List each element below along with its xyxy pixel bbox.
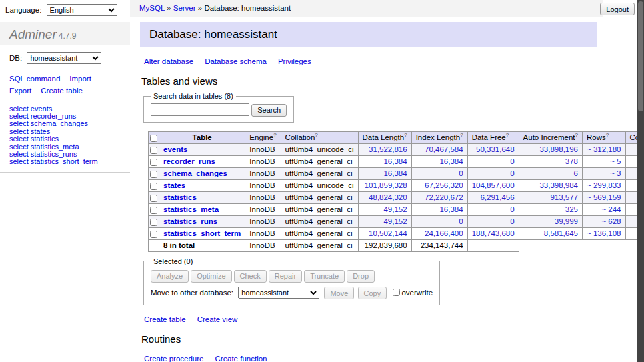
help-hint-icon[interactable]: ? bbox=[273, 133, 276, 139]
sidebar-select-statistics-runs[interactable]: select statistics_runs bbox=[9, 150, 77, 158]
index-length-link[interactable]: 67,256,320 bbox=[425, 181, 463, 189]
overwrite-checkbox[interactable] bbox=[393, 289, 400, 296]
move-button[interactable]: Move bbox=[324, 287, 354, 299]
auto-increment-link[interactable]: 33,898,196 bbox=[539, 145, 578, 153]
row-checkbox[interactable] bbox=[150, 171, 157, 178]
help-hint-icon[interactable]: ? bbox=[404, 133, 407, 139]
index-length-link[interactable]: 16,384 bbox=[439, 157, 463, 165]
auto-increment-link[interactable]: 913,577 bbox=[550, 193, 578, 201]
data-length-link[interactable]: 10,502,144 bbox=[369, 229, 407, 237]
scrollbar-thumb[interactable] bbox=[638, 1, 643, 111]
table-link-statistics-short-term[interactable]: statistics_short_term bbox=[163, 229, 241, 237]
row-checkbox[interactable] bbox=[150, 195, 157, 202]
data-free-link[interactable]: 104,857,600 bbox=[472, 181, 515, 189]
data-length-link[interactable]: 49,152 bbox=[383, 217, 407, 225]
check-button[interactable]: Check bbox=[234, 270, 267, 283]
link-create-table[interactable]: Create table bbox=[144, 315, 186, 323]
overwrite-toggle[interactable]: overwrite bbox=[393, 289, 433, 297]
sidebar-select-recorder-runs[interactable]: select recorder_runs bbox=[9, 112, 76, 120]
data-free-link[interactable]: 0 bbox=[510, 205, 514, 213]
truncate-button[interactable]: Truncate bbox=[304, 270, 345, 283]
index-length-link[interactable]: 0 bbox=[459, 217, 463, 225]
sidebar-link-sql-command[interactable]: SQL command bbox=[9, 75, 60, 83]
data-length-link[interactable]: 49,152 bbox=[383, 205, 407, 213]
table-link-recorder-runs[interactable]: recorder_runs bbox=[163, 157, 215, 165]
drop-button[interactable]: Drop bbox=[347, 270, 375, 283]
sidebar-select-statistics[interactable]: select statistics bbox=[9, 135, 59, 143]
index-length-link[interactable]: 24,166,400 bbox=[425, 229, 463, 237]
rows-link[interactable]: ~ 136,108 bbox=[587, 229, 621, 237]
data-length-link[interactable]: 101,859,328 bbox=[365, 181, 407, 189]
index-length-link[interactable]: 16,384 bbox=[439, 205, 463, 213]
sidebar-select-states[interactable]: select states bbox=[9, 127, 50, 135]
link-create-procedure[interactable]: Create procedure bbox=[144, 355, 204, 362]
breadcrumb-item-server[interactable]: Server bbox=[173, 4, 196, 12]
rows-link[interactable]: ~ 3 bbox=[610, 169, 621, 177]
rows-link[interactable]: ~ 569,159 bbox=[587, 193, 621, 201]
help-hint-icon[interactable]: ? bbox=[460, 133, 463, 139]
search-button[interactable]: Search bbox=[251, 104, 287, 117]
data-length-link[interactable]: 48,824,320 bbox=[369, 193, 407, 201]
row-checkbox[interactable] bbox=[150, 147, 157, 154]
row-checkbox[interactable] bbox=[150, 207, 157, 214]
table-link-statistics[interactable]: statistics bbox=[163, 193, 197, 201]
data-free-link[interactable]: 0 bbox=[510, 217, 514, 225]
row-checkbox[interactable] bbox=[150, 219, 157, 226]
row-checkbox[interactable] bbox=[150, 183, 157, 190]
repair-button[interactable]: Repair bbox=[269, 270, 302, 283]
select-all-checkbox[interactable] bbox=[150, 135, 157, 142]
sidebar-select-statistics-short-term[interactable]: select statistics_short_term bbox=[9, 157, 98, 165]
breadcrumb-item-mysql[interactable]: MySQL bbox=[139, 4, 165, 12]
auto-increment-link[interactable]: 33,398,984 bbox=[539, 181, 578, 189]
help-hint-icon[interactable]: ? bbox=[606, 133, 609, 139]
sidebar-select-schema-changes[interactable]: select schema_changes bbox=[9, 119, 88, 127]
move-db-select[interactable]: homeassistant bbox=[238, 287, 319, 299]
help-hint-icon[interactable]: ? bbox=[575, 133, 578, 139]
scrollbar[interactable] bbox=[637, 0, 644, 362]
data-free-link[interactable]: 6,291,456 bbox=[480, 193, 514, 201]
help-hint-icon[interactable]: ? bbox=[506, 133, 509, 139]
rows-link[interactable]: ~ 5 bbox=[610, 157, 621, 165]
index-length-link[interactable]: 0 bbox=[459, 169, 463, 177]
auto-increment-link[interactable]: 378 bbox=[565, 157, 578, 165]
index-length-link[interactable]: 70,467,584 bbox=[425, 145, 463, 153]
auto-increment-link[interactable]: 8,581,645 bbox=[544, 229, 578, 237]
data-free-link[interactable]: 188,743,680 bbox=[472, 229, 515, 237]
link-privileges[interactable]: Privileges bbox=[278, 57, 311, 65]
sidebar-select-events[interactable]: select events bbox=[9, 105, 52, 113]
data-free-link[interactable]: 0 bbox=[510, 169, 514, 177]
db-select[interactable]: homeassistant bbox=[27, 52, 101, 64]
data-length-link[interactable]: 31,522,816 bbox=[369, 145, 407, 153]
row-checkbox[interactable] bbox=[150, 159, 157, 166]
analyze-button[interactable]: Analyze bbox=[151, 270, 189, 283]
link-alter-database[interactable]: Alter database bbox=[144, 57, 193, 65]
link-create-function[interactable]: Create function bbox=[215, 355, 267, 362]
data-free-link[interactable]: 0 bbox=[510, 157, 514, 165]
data-length-link[interactable]: 16,384 bbox=[383, 169, 407, 177]
data-free-link[interactable]: 50,331,648 bbox=[476, 145, 515, 153]
logout-button[interactable]: Logout bbox=[600, 3, 635, 15]
link-database-schema[interactable]: Database schema bbox=[205, 57, 267, 65]
rows-link[interactable]: ~ 244 bbox=[601, 205, 621, 213]
sidebar-link-import[interactable]: Import bbox=[69, 75, 91, 83]
table-link-events[interactable]: events bbox=[163, 145, 187, 153]
sidebar-link-create-table[interactable]: Create table bbox=[41, 87, 83, 95]
app-logo[interactable]: Adminer bbox=[9, 27, 57, 41]
rows-link[interactable]: ~ 628 bbox=[601, 217, 621, 225]
auto-increment-link[interactable]: 325 bbox=[565, 205, 578, 213]
row-checkbox[interactable] bbox=[150, 231, 157, 238]
link-create-view[interactable]: Create view bbox=[197, 315, 238, 323]
table-link-states[interactable]: states bbox=[163, 181, 185, 189]
search-input[interactable] bbox=[151, 103, 249, 116]
help-hint-icon[interactable]: ? bbox=[315, 133, 317, 139]
sidebar-select-statistics-meta[interactable]: select statistics_meta bbox=[9, 143, 79, 151]
sidebar-link-export[interactable]: Export bbox=[9, 87, 31, 95]
copy-button[interactable]: Copy bbox=[358, 287, 387, 299]
table-link-statistics-runs[interactable]: statistics_runs bbox=[163, 217, 217, 225]
auto-increment-link[interactable]: 39,999 bbox=[555, 217, 578, 225]
table-link-statistics-meta[interactable]: statistics_meta bbox=[163, 205, 219, 213]
table-link-schema-changes[interactable]: schema_changes bbox=[163, 169, 227, 177]
optimize-button[interactable]: Optimize bbox=[191, 270, 231, 283]
language-select[interactable]: English bbox=[47, 4, 117, 16]
data-length-link[interactable]: 16,384 bbox=[383, 157, 407, 165]
